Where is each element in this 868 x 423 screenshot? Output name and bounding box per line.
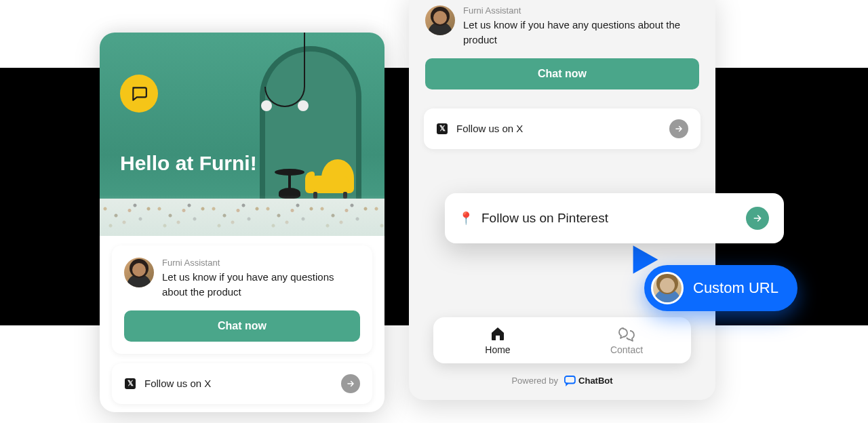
hero-title: Hello at Furni!: [120, 152, 257, 175]
assistant-message: Let us know if you have any questions ab…: [162, 270, 360, 300]
pinterest-pin-icon: 📍: [460, 212, 472, 224]
user-avatar: [651, 272, 684, 304]
assistant-name: Furni Assistant: [162, 258, 360, 268]
powered-by-footer: Powered by ChatBot: [511, 374, 612, 386]
follow-pinterest-link-enlarged[interactable]: 📍 Follow us on Pinterest: [445, 193, 784, 243]
follow-x-link[interactable]: 𝕏 Follow us on X: [112, 363, 372, 404]
chat-now-button[interactable]: Chat now: [425, 58, 699, 89]
link-label: Follow us on X: [144, 378, 333, 389]
powered-by-text: Powered by: [511, 376, 558, 386]
chatbot-brand-link[interactable]: ChatBot: [564, 374, 613, 386]
x-icon: 𝕏: [436, 123, 448, 135]
arrow-right-icon: [341, 374, 360, 393]
arrow-right-icon: [669, 119, 688, 138]
chat-widget-left: Hello at Furni! Furni Assistant Let us k…: [100, 33, 384, 412]
follow-x-link[interactable]: 𝕏 Follow us on X: [424, 108, 701, 149]
nav-contact[interactable]: Contact: [562, 325, 691, 355]
arrow-right-icon: [746, 207, 769, 230]
x-icon: 𝕏: [124, 378, 136, 390]
callout-label: Custom URL: [693, 279, 778, 297]
nav-label: Contact: [610, 344, 643, 355]
chat-now-button[interactable]: Chat now: [124, 310, 360, 342]
floor-texture: [100, 199, 384, 236]
brand-name: ChatBot: [578, 376, 613, 386]
bottom-nav: Home Contact: [433, 317, 691, 363]
link-label: Follow us on Pinterest: [481, 211, 736, 226]
hero-banner: Hello at Furni!: [100, 33, 384, 236]
nav-label: Home: [485, 344, 510, 355]
assistant-avatar: [425, 5, 455, 35]
armchair-illustration: [307, 159, 354, 199]
svg-rect-0: [565, 376, 575, 384]
chat-icon: [618, 325, 635, 342]
side-table-illustration: [275, 169, 304, 199]
home-icon: [490, 325, 506, 342]
pendant-lamp-illustration: [284, 33, 325, 107]
nav-home[interactable]: Home: [433, 325, 562, 355]
link-label: Follow us on X: [456, 123, 661, 134]
assistant-message: Let us know if you have any questions ab…: [463, 18, 699, 47]
assistant-name: Furni Assistant: [463, 5, 699, 16]
brand-logo: [120, 75, 158, 113]
chat-bubble-icon: [130, 85, 148, 102]
assistant-card: Furni Assistant Let us know if you have …: [112, 245, 372, 354]
assistant-avatar: [124, 258, 154, 287]
chatbot-logo-icon: [564, 374, 576, 386]
assistant-card: Furni Assistant Let us know if you have …: [409, 0, 715, 100]
custom-url-callout: Custom URL: [644, 265, 797, 311]
